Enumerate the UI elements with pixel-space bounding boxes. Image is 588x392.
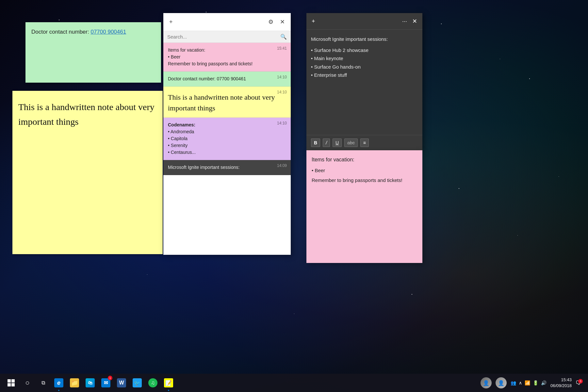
note-time-1: 15:41: [277, 46, 287, 51]
dark-note-item-4: • Enterprise stuff: [311, 71, 418, 79]
note-card-handwritten[interactable]: 14:10 This is a handwritten note about v…: [163, 87, 291, 118]
taskbar-task-view[interactable]: ⧉: [35, 374, 51, 392]
notification-badge: 3: [578, 379, 583, 384]
taskbar-spotify[interactable]: ♫: [145, 374, 161, 392]
list-button[interactable]: ≡: [360, 139, 369, 147]
dark-note-item-2: • Main keynote: [311, 54, 418, 63]
note-card-doctor[interactable]: 14:10 Doctor contact number: 07700 90046…: [163, 72, 291, 87]
taskbar-right: 👤 👤 👥 ∧ 📶 🔋 🔊 15:43 06/09/2018 🗨 3: [481, 377, 585, 389]
note-time-2: 14:10: [277, 75, 287, 79]
note-text-2: Doctor contact number: 07700 900461: [168, 75, 286, 82]
sticky-green-phone[interactable]: 07700 900461: [90, 29, 126, 35]
system-tray: 👥 ∧ 📶 🔋 🔊: [511, 380, 547, 385]
sound-icon[interactable]: 🔊: [541, 380, 547, 385]
taskbar-sticky-notes[interactable]: 📝: [161, 374, 176, 392]
note-handwritten-text: This is a handwritten note about very im…: [168, 92, 286, 113]
notes-list: 15:41 Items for vacation:• BeerRemember …: [163, 43, 291, 255]
taskbar: ○ ⧉ e 📁 🛍 ✉ 1 W 🐦 ♫ 📝 👤: [0, 374, 588, 392]
dark-note-editor: + ··· ✕ Microsoft Ignite important sessi…: [306, 13, 422, 150]
clock-time: 15:43: [550, 377, 572, 383]
clock-date: 06/09/2018: [550, 383, 572, 389]
taskbar-edge[interactable]: e: [51, 374, 67, 392]
taskbar-clock[interactable]: 15:43 06/09/2018: [550, 377, 572, 389]
note-card-vacation[interactable]: 15:41 Items for vacation:• BeerRemember …: [163, 43, 291, 72]
avatar-icon-2: 👤: [498, 380, 504, 386]
people-icon[interactable]: 👥: [511, 380, 516, 385]
settings-button[interactable]: ⚙: [268, 18, 274, 26]
mail-badge: 1: [108, 376, 112, 380]
note-text-1: Items for vacation:• BeerRemember to bri…: [168, 47, 286, 67]
note-card-codenames[interactable]: 14:10 Codenames: • Andromeda• Capitola• …: [163, 118, 291, 160]
tray-expand-icon[interactable]: ∧: [519, 380, 522, 385]
battery-icon[interactable]: 🔋: [533, 380, 538, 385]
start-button[interactable]: [3, 374, 20, 392]
dark-panel-toolbar: B / U abc ≡: [306, 135, 422, 150]
note-time-3: 14:10: [277, 90, 287, 94]
network-icon[interactable]: 📶: [525, 380, 530, 385]
note-time-5: 14:09: [277, 163, 287, 168]
notification-center-button[interactable]: 🗨 3: [576, 380, 581, 386]
note-time-4: 14:10: [277, 121, 287, 125]
taskbar-cortana[interactable]: ○: [20, 374, 35, 392]
underline-button[interactable]: U: [333, 139, 342, 147]
sticky-yellow-text: This is a handwritten note about very im…: [18, 100, 157, 129]
cortana-icon: ○: [25, 379, 29, 387]
taskbar-store[interactable]: 🛍: [82, 374, 98, 392]
spotify-icon: ♫: [148, 378, 157, 387]
dark-note-item-1: • Surface Hub 2 showcase: [311, 46, 418, 55]
notes-list-panel: + ⚙ ✕ 🔍 15:41 Items for vacation:• BeerR…: [163, 13, 291, 255]
note-card-ignite[interactable]: 14:09 Microsoft Ignite important session…: [163, 160, 291, 175]
add-note-button[interactable]: +: [169, 18, 173, 26]
windows-logo: [8, 379, 15, 386]
sticky-notes-icon: 📝: [164, 378, 173, 387]
taskbar-avatar-1[interactable]: 👤: [481, 377, 492, 388]
note-text-5: Microsoft Ignite important sessions:: [168, 164, 286, 171]
pink-note-title: Items for vacation:: [312, 155, 417, 164]
dark-note-title: Microsoft Ignite important sessions:: [311, 35, 418, 43]
note-text-4: Codenames: • Andromeda• Capitola• Sereni…: [168, 122, 286, 156]
sticky-green-label: Doctor contact number:: [31, 29, 89, 35]
dark-panel-more-button[interactable]: ···: [401, 17, 408, 25]
header-icons: ⚙ ✕: [268, 18, 286, 26]
dark-panel-header: + ··· ✕: [306, 13, 422, 30]
search-bar[interactable]: 🔍: [163, 31, 291, 43]
pink-note-item: • Beer: [312, 167, 417, 174]
italic-button[interactable]: /: [323, 139, 330, 147]
file-explorer-icon: 📁: [70, 378, 79, 387]
taskbar-avatar-2[interactable]: 👤: [496, 377, 507, 388]
store-icon: 🛍: [86, 378, 95, 387]
notes-panel-header: + ⚙ ✕: [163, 13, 291, 31]
task-view-icon: ⧉: [41, 380, 45, 386]
strikethrough-button[interactable]: abc: [344, 139, 358, 147]
bold-button[interactable]: B: [311, 139, 320, 147]
search-icon: 🔍: [280, 34, 287, 40]
sticky-note-yellow: This is a handwritten note about very im…: [12, 91, 163, 254]
dark-panel-close-button[interactable]: ✕: [412, 17, 418, 25]
taskbar-word[interactable]: W: [114, 374, 129, 392]
pink-note-panel: Items for vacation: • Beer Remember to b…: [306, 150, 422, 263]
avatar-icon-1: 👤: [483, 380, 489, 386]
twitter-icon: 🐦: [133, 378, 142, 387]
edge-icon: e: [54, 378, 63, 387]
search-input[interactable]: [167, 34, 280, 40]
taskbar-mail[interactable]: ✉ 1: [98, 374, 114, 392]
taskbar-twitter[interactable]: 🐦: [129, 374, 145, 392]
close-panel-button[interactable]: ✕: [279, 18, 286, 26]
dark-panel-content: Microsoft Ignite important sessions: • S…: [306, 30, 422, 135]
dark-note-item-3: • Surface Go hands-on: [311, 63, 418, 71]
sticky-note-green: Doctor contact number: 07700 900461: [25, 22, 161, 83]
dark-panel-add-button[interactable]: +: [311, 17, 316, 25]
word-icon: W: [117, 378, 126, 387]
pink-note-extra: Remember to bring passports and tickets!: [312, 176, 417, 184]
taskbar-file-explorer[interactable]: 📁: [67, 374, 82, 392]
